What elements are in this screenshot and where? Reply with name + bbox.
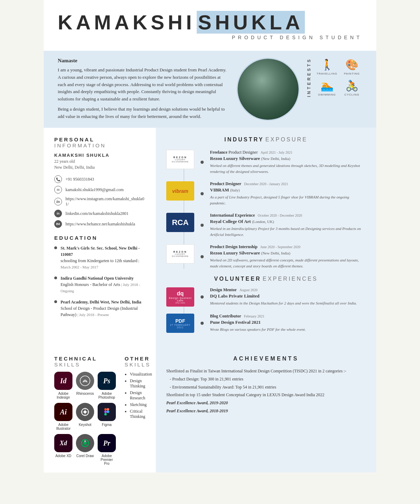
achievements-content: Shortlisted as Finalist in Taiwan Intern… <box>166 367 366 415</box>
premiere-icon: Pr <box>98 434 116 452</box>
tech-skills-heading: TECHNICAL SKILLS <box>54 356 116 368</box>
xd-icon: Xd <box>54 434 72 452</box>
illustrator-icon: Ai <box>54 403 72 421</box>
name-part2: SHUKLA <box>197 11 305 34</box>
exp-content-1: Product Designer December 2020 - January… <box>210 181 366 206</box>
experience-timeline: REZON LUXURY SILVERWARE Freelance Produc… <box>166 150 366 269</box>
industry-light: EXPOSURE <box>265 136 308 142</box>
exp-desc-3: Worked on 2D softwares, generated differ… <box>210 257 366 269</box>
vol-item-0: dq Design Quotient Labs (DQ Labs) Design… <box>166 287 366 307</box>
exp-connector-3 <box>200 244 205 269</box>
illustrator-label: Adobe Illustrator <box>54 423 72 430</box>
education-section: EDUCATION St. Mark's Girls Sr. Sec. Scho… <box>54 235 145 318</box>
exp-dot-1 <box>201 192 204 195</box>
personal-section: PERSONAL INFORMATION KAMAKSHI SHUKLA 22 … <box>54 136 145 228</box>
exp-logo-rca: RCA <box>166 213 194 232</box>
tech-bold: TECHNICAL <box>54 356 97 362</box>
exp-dot-0 <box>201 161 204 164</box>
exp-logo-rezon2: REZON LUXURY SILVERWARE <box>166 244 194 264</box>
linkedin-value: linkedin.com/in/kamakshishukla2801 <box>65 211 128 216</box>
edu-school-1: Indira Gandhi National Open University <box>61 275 145 281</box>
contact-phone: 📞 +91 9560331843 <box>54 175 145 183</box>
edu-detail-0: schooling from Kindergarten to 12th stan… <box>61 258 137 263</box>
edu-dot-2 <box>54 300 57 303</box>
edu-school-2: Pearl Academy, Delhi West, New Delhi, In… <box>61 299 145 305</box>
edu-dot-0 <box>54 246 57 249</box>
svg-rect-8 <box>107 411 109 413</box>
svg-rect-9 <box>104 413 107 415</box>
subtitle: PRODUCT DESIGN STUDENT <box>58 35 362 40</box>
skill-premiere: Pr Adobe Premier Pro <box>98 434 116 465</box>
achievement-3: Shortlisted in top 15 under Student Conc… <box>166 391 366 399</box>
edu-item-0: St. Mark's Girls Sr. Sec. School, New De… <box>54 245 145 270</box>
other-skills: OTHER SKILLS Visualization Design Thinki… <box>125 356 152 465</box>
achievements-section: ACHIEVEMENTS Shortlisted as Finalist in … <box>156 349 376 472</box>
personal-heading-info: INFORMATION <box>54 142 106 148</box>
exp-role-0: Freelance Product Designer April 2021 - … <box>210 150 366 155</box>
skills-grid: Id Adobe Indesign Rhino <box>54 372 116 465</box>
interest-swimming: 🏊 SWIMMING <box>317 79 337 96</box>
skill-keyshot: Keyshot <box>76 403 94 430</box>
other-skills-list: Visualization Design Thinking Design Res… <box>125 372 152 419</box>
exp-connector-2 <box>200 213 205 237</box>
behance-value: https://www.behance.net/kamakshishukla <box>65 222 135 227</box>
vol-content-1: Blog Contributor February 2021 Pune Desi… <box>210 314 366 333</box>
exp-company-1: VIBRAM (Italy) <box>210 187 366 193</box>
interests-grid: 🚶 TRAVELLING 🎨 PAINTING 🏊 SWIMMING 🚴 CYC… <box>317 58 362 96</box>
profile-photo <box>237 58 300 121</box>
contact-behance: Bē https://www.behance.net/kamakshishukl… <box>54 220 145 228</box>
figma-icon <box>98 403 116 421</box>
personal-age: 22 years old <box>54 159 145 164</box>
exp-company-3: Rezon Luxury Silverware (New Delhi, Indi… <box>210 250 366 256</box>
email-icon: ✉ <box>54 186 62 194</box>
svg-point-0 <box>80 376 90 386</box>
other-skill-4: Critical Thinking <box>130 409 152 419</box>
rhino-icon <box>76 372 94 390</box>
svg-rect-6 <box>107 408 109 411</box>
education-heading-bold: EDUCATION <box>54 235 98 241</box>
phone-value: +91 9560331843 <box>65 177 94 182</box>
industry-heading: INDUSTRY EXPOSURE <box>166 136 366 143</box>
skill-xd: Xd Adobe XD <box>54 434 72 465</box>
interest-cycling: 🚴 CYCLING <box>342 79 362 96</box>
vol-role-0: Design Mentor August 2020 <box>210 287 366 293</box>
vol-company-0: DQ Labs Private Limited <box>210 293 366 299</box>
rezon2-logo-text: REZON LUXURY SILVERWARE <box>167 251 194 257</box>
vol-connector-0 <box>200 287 205 307</box>
skills-section: TECHNICAL SKILLS Id Adobe Indesign <box>44 349 156 472</box>
exp-item-1: vibram Product Designer December 2020 - … <box>166 181 366 206</box>
skill-illustrator: Ai Adobe Illustrator <box>54 403 72 430</box>
interest-travelling: 🚶 TRAVELLING <box>317 58 337 75</box>
exp-content-2: International Experience October 2020 - … <box>210 213 366 237</box>
rezon-logo-text: REZON LUXURY SILVERWARE <box>167 156 194 163</box>
pdf-logo-text: PDF 27 FEBRUARY 2021 <box>166 318 194 329</box>
right-column: INDUSTRY EXPOSURE REZON LUXURY SILVERWAR… <box>156 128 376 349</box>
cycling-label: CYCLING <box>344 93 359 96</box>
vol-role-1: Blog Contributor February 2021 <box>210 314 366 319</box>
exp-item-2: RCA International Experience October 202… <box>166 213 366 237</box>
skills-row: TECHNICAL SKILLS Id Adobe Indesign <box>54 356 145 465</box>
travelling-icon: 🚶 <box>321 58 334 71</box>
vol-content-0: Design Mentor August 2020 DQ Labs Privat… <box>210 287 366 307</box>
header: KAMAKSHI SHUKLA PRODUCT DESIGN STUDENT <box>44 0 376 51</box>
volunteer-heading: VOLUNTEER EXPERIENCES <box>166 276 366 282</box>
contact-list: 📞 +91 9560331843 ✉ kamakshi.shukla1999@g… <box>54 175 145 228</box>
bio-greeting: Namaste <box>58 58 230 64</box>
interests-label: INTERESTS <box>307 58 312 97</box>
achievement-5: Pearl Excellence Award, 2018-2019 <box>166 407 366 415</box>
education-list: St. Mark's Girls Sr. Sec. School, New De… <box>54 245 145 318</box>
exp-role-1: Product Designer December 2020 - January… <box>210 181 366 187</box>
figma-label: Figma <box>102 423 112 427</box>
contact-instagram: in https://www.instagram.com/kamakshi_sh… <box>54 196 145 207</box>
linkedin-icon: in <box>54 210 62 217</box>
edu-item-1: Indira Gandhi National Open University E… <box>54 275 145 294</box>
exp-company-0: Rezon Luxury Silverware (New Delhi, Indi… <box>210 156 366 161</box>
edu-date-2: | July 2018 - Present <box>77 313 109 317</box>
coreldraw-label: Corel Draw <box>76 454 94 458</box>
personal-location: New Delhi, Delhi, India <box>54 165 145 170</box>
vibram-logo-text: vibram <box>172 188 188 194</box>
name-part1: KAMAKSHI <box>58 11 195 34</box>
achievement-0: Shortlisted as Finalist in Taiwan Intern… <box>166 367 366 375</box>
left-column: PERSONAL INFORMATION KAMAKSHI SHUKLA 22 … <box>44 128 156 349</box>
premiere-label: Adobe Premier Pro <box>98 454 116 465</box>
